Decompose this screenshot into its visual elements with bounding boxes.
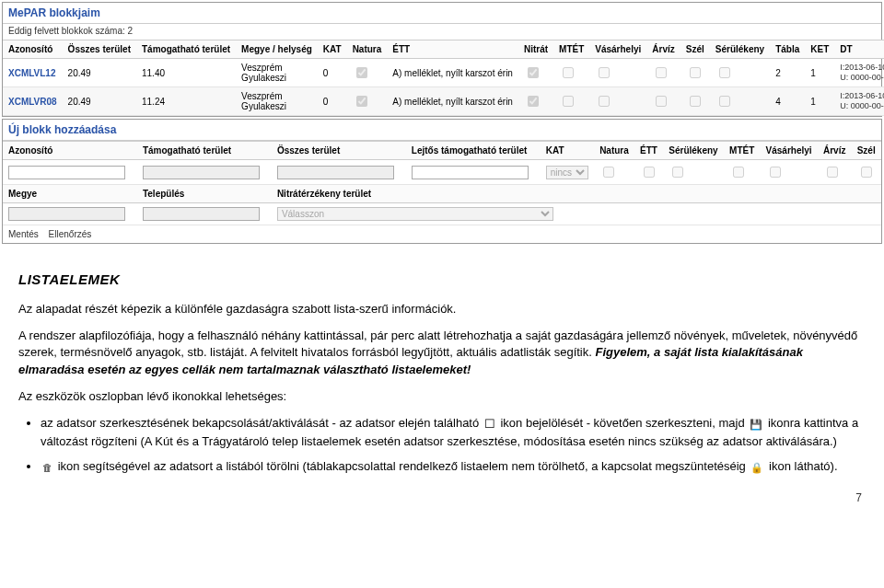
cell-tamogat: 11.40 [136, 59, 236, 87]
chk-vasarhelyi [599, 67, 610, 78]
cell-kat: 0 [318, 59, 347, 87]
col-nitrat: Nitrát [518, 40, 553, 59]
cell-kat: 0 [318, 87, 347, 116]
input-telepules[interactable] [143, 207, 260, 221]
cell-tabla: 2 [770, 59, 805, 87]
trash-icon [41, 460, 54, 474]
panel-subtitle: Eddig felvett blokkok száma: 2 [3, 24, 881, 40]
cell-natura [347, 59, 388, 87]
lock-icon [749, 460, 765, 474]
col-tamogat: Támogatható terület [136, 40, 236, 59]
col-szel: Szél [680, 40, 710, 59]
cell-ket: 1 [805, 59, 834, 87]
doc-heading: LISTAELEMEK [18, 270, 866, 290]
input-osszes[interactable] [277, 166, 394, 179]
chk-arviz[interactable] [827, 167, 838, 178]
uj-blokk-panel: Új blokk hozzáadása Azonosító Támogathat… [2, 119, 882, 244]
doc-p3: Az eszközök oszlopban lévő ikonokkal leh… [18, 388, 866, 406]
cell-natura [347, 87, 388, 116]
input-azonosito[interactable] [8, 166, 125, 179]
cell-tamogat: 11.24 [136, 87, 236, 116]
chk-vasarhelyi[interactable] [770, 167, 781, 178]
col-natura: Natura [347, 40, 388, 59]
page-number: 7 [0, 491, 884, 510]
table-row: XCMLVL1220.4911.40VeszprémGyulakeszi0A) … [3, 59, 884, 87]
chk-nitrat [528, 67, 539, 78]
addform-input-row-1: nincs [3, 160, 881, 185]
col-arviz: Árvíz [646, 40, 680, 59]
cell-hely: VeszprémGyulakeszi [236, 87, 318, 116]
cell-ket: 1 [805, 87, 834, 116]
cell-mtet [553, 59, 589, 87]
chk-serulekeny[interactable] [672, 167, 683, 178]
cell-dt: I:2013-06-10 07:42:12U: 0000-00-00 00:00… [834, 87, 884, 116]
cell-szel [680, 59, 710, 87]
cell-ett: A) melléklet, nyílt karszot érin [387, 59, 518, 87]
cell-serul [710, 87, 770, 116]
cell-tabla: 4 [770, 87, 805, 116]
mepar-blokkjaim-panel: MePAR blokkjaim Eddig felvett blokkok sz… [2, 2, 882, 117]
col-tabla: Tábla [770, 40, 805, 59]
chk-ett[interactable] [644, 167, 655, 178]
cell-id: XCMLVL12 [3, 59, 63, 87]
input-megye[interactable] [8, 207, 125, 221]
input-lejtos[interactable] [412, 166, 529, 179]
col-mtet: MTÉT [553, 40, 589, 59]
chk-mtet [563, 96, 574, 107]
chk-mtet[interactable] [733, 167, 744, 178]
chk-szel [690, 96, 701, 107]
table-row: XCMLVR0820.4911.24VeszprémGyulakeszi0A) … [3, 87, 884, 116]
chk-arviz [656, 67, 667, 78]
col-azonosito: Azonosító [3, 40, 63, 59]
table-header-row: Azonosító Összes terület Támogatható ter… [3, 40, 884, 59]
col-ket: KET [805, 40, 834, 59]
blocks-table: Azonosító Összes terület Támogatható ter… [3, 40, 884, 116]
cell-serul [710, 59, 770, 87]
panel-title: MePAR blokkjaim [3, 3, 881, 24]
chk-szel [690, 67, 701, 78]
chk-natura [356, 67, 367, 78]
check-button[interactable]: Ellenőrzés [49, 229, 92, 239]
chk-serulekeny [719, 96, 730, 107]
cell-vasar [589, 59, 646, 87]
col-vasarhelyi: Vásárhelyi [589, 40, 646, 59]
cell-nitrat [518, 59, 553, 87]
cell-osszes: 20.49 [63, 59, 136, 87]
cell-dt: I:2013-06-10 07:49:16U: 0000-00-00 00:00… [834, 59, 884, 87]
chk-vasarhelyi [599, 96, 610, 107]
input-tamogathato[interactable] [143, 166, 260, 179]
addform-header-row-2: Megye Település Nitrátérzékeny terület [3, 185, 881, 203]
addform-input-row-2: Válasszon [3, 203, 881, 225]
chk-arviz [656, 96, 667, 107]
chk-szel[interactable] [861, 167, 872, 178]
doc-list: az adatsor szerkesztésének bekapcsolását… [41, 415, 866, 477]
col-osszes: Összes terület [63, 40, 136, 59]
addform-table: Azonosító Támogatható terület Összes ter… [3, 141, 881, 225]
cell-arviz [646, 59, 680, 87]
cell-arviz [646, 87, 680, 116]
col-serulekeny: Sérülékeny [710, 40, 770, 59]
chk-natura[interactable] [603, 167, 614, 178]
checkbox-icon: ☐ [483, 417, 497, 431]
col-ett: ÉTT [387, 40, 518, 59]
col-dt: DT [834, 40, 884, 59]
select-kat[interactable]: nincs [546, 166, 588, 179]
disk-icon [748, 417, 764, 431]
cell-id: XCMLVR08 [3, 87, 63, 116]
cell-osszes: 20.49 [63, 87, 136, 116]
col-kat: KAT [318, 40, 347, 59]
doc-li-2: ikon segítségével az adatsort a listából… [41, 458, 866, 477]
addform-header-row-1: Azonosító Támogatható terület Összes ter… [3, 142, 881, 160]
chk-nitrat [528, 96, 539, 107]
doc-p2: A rendszer alapfilozófiája, hogy a felha… [18, 328, 866, 380]
cell-ett: A) melléklet, nyílt karszot érin [387, 87, 518, 116]
addform-toolbar: Mentés Ellenőrzés [3, 225, 881, 243]
cell-nitrat [518, 87, 553, 116]
cell-mtet [553, 87, 589, 116]
addform-title: Új blokk hozzáadása [3, 120, 881, 141]
doc-li-1: az adatsor szerkesztésének bekapcsolását… [41, 415, 866, 451]
doc-p1: Az alapadat részét képezik a különféle g… [18, 301, 866, 318]
select-nitrat[interactable]: Válasszon [277, 207, 553, 221]
save-button[interactable]: Mentés [8, 229, 39, 239]
col-megye: Megye / helység [236, 40, 318, 59]
